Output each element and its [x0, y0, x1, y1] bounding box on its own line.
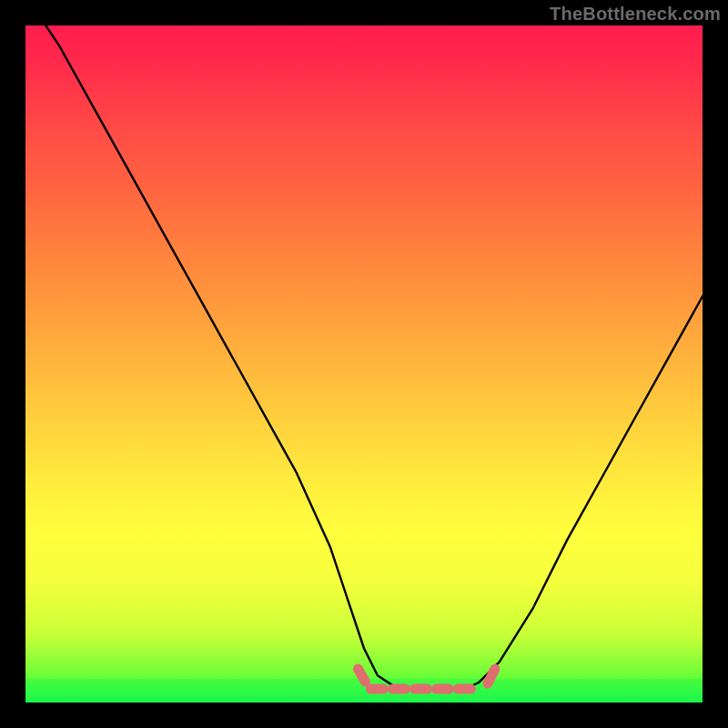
- chart-container: TheBottleneck.com: [0, 0, 728, 728]
- svg-line-0: [358, 669, 365, 682]
- svg-line-6: [488, 669, 495, 683]
- watermark-label: TheBottleneck.com: [550, 4, 721, 25]
- chart-svg: [25, 25, 703, 703]
- plot-area: [25, 25, 703, 703]
- flat-bottom-marker: [358, 669, 495, 689]
- curve-line: [46, 25, 703, 689]
